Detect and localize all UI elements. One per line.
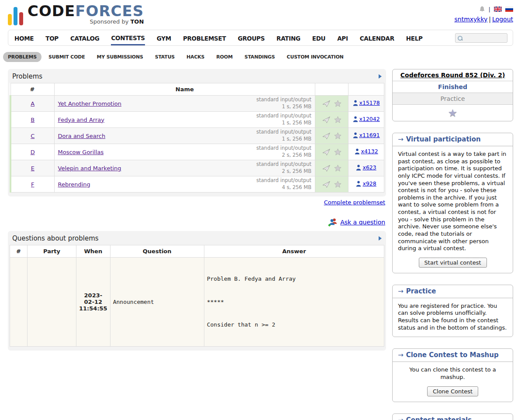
favorite-star-icon[interactable] [334, 100, 342, 107]
nav-item-problemset[interactable]: PROBLEMSET [183, 31, 226, 45]
contest-status-box: Codeforces Round 852 (Div. 2) Finished P… [392, 69, 513, 121]
problem-name-link[interactable]: Fedya and Array [58, 117, 104, 123]
subnav-room[interactable]: ROOM [211, 52, 237, 62]
nav-item-api[interactable]: API [337, 31, 348, 45]
problem-constraints: standard input/output2 s, 256 MB [256, 145, 311, 158]
favorite-star-icon[interactable] [334, 181, 342, 188]
complete-problemset-link[interactable]: Complete problemset [324, 199, 385, 206]
submit-plane-icon[interactable] [322, 165, 331, 172]
nav-item-top[interactable]: TOP [45, 31, 59, 45]
virtual-body-text: Virtual contest is a way to take part in… [398, 151, 506, 251]
questions-table-title: Questions about problems [12, 234, 99, 242]
clone-title: Clone Contest to Mashup [406, 351, 499, 359]
problem-row: D Moscow Gorillas standard input/output2… [10, 144, 384, 160]
arrow-icon: → [398, 351, 404, 359]
problem-letter-link[interactable]: C [31, 133, 35, 139]
submit-plane-icon[interactable] [322, 148, 331, 156]
solved-count-link[interactable]: x11691 [359, 132, 380, 138]
solved-person-icon [353, 100, 358, 106]
contest-favorite-star-icon[interactable]: ★ [448, 107, 458, 119]
q-col-answer: Answer [204, 245, 384, 258]
contest-title-link[interactable]: Codeforces Round 852 (Div. 2) [400, 72, 505, 79]
nav-item-rating[interactable]: RATING [276, 31, 300, 45]
flag-ru-icon[interactable] [505, 7, 513, 12]
expand-arrow-icon[interactable] [379, 74, 382, 79]
q-col-when: When [76, 245, 110, 258]
ask-question-link[interactable]: Ask a question [340, 219, 385, 226]
nav-item-home[interactable]: HOME [14, 31, 34, 45]
arrow-icon: → [398, 416, 404, 420]
username-link[interactable]: sntmxykky [454, 16, 487, 23]
favorite-star-icon[interactable] [334, 148, 342, 155]
logout-link[interactable]: Logout [492, 16, 513, 23]
search-box[interactable] [455, 33, 507, 43]
subnav-problems[interactable]: PROBLEMS [3, 52, 41, 62]
virtual-participation-box: →Virtual participation Virtual contest i… [392, 133, 513, 273]
clone-contest-button[interactable]: Clone Contest [427, 386, 478, 396]
question-when: 2023-02-12 11:54:55 [76, 258, 110, 347]
search-icon [457, 35, 463, 41]
subnav-custom-invocation[interactable]: CUSTOM INVOCATION [282, 52, 348, 62]
practice-box: →Practice You are registered for practic… [392, 285, 513, 337]
solved-person-icon [355, 148, 360, 155]
q-col-num: # [10, 245, 28, 258]
problem-name-link[interactable]: Yet Another Promotion [58, 100, 121, 107]
questions-table: Questions about problems # Party When Qu… [8, 231, 386, 351]
nav-item-groups[interactable]: GROUPS [238, 31, 265, 45]
problem-letter-link[interactable]: D [31, 149, 35, 155]
problem-constraints: standard input/output1 s, 256 MB [256, 96, 311, 110]
problem-row: E Velepin and Marketing standard input/o… [10, 160, 384, 176]
nav-item-calendar[interactable]: CALENDAR [360, 31, 394, 45]
search-input[interactable] [465, 35, 505, 41]
submit-plane-icon[interactable] [322, 132, 331, 140]
favorite-star-icon[interactable] [334, 116, 342, 123]
nav-item-catalog[interactable]: CATALOG [70, 31, 100, 45]
flag-uk-icon[interactable] [494, 7, 502, 12]
expand-arrow-icon[interactable] [379, 236, 382, 241]
submit-plane-icon[interactable] [322, 116, 331, 124]
subnav-status[interactable]: STATUS [150, 52, 179, 62]
col-header-name: Name [54, 83, 315, 96]
problem-row: A Yet Another Promotion standard input/o… [10, 96, 384, 112]
start-virtual-contest-button[interactable]: Start virtual contest [419, 258, 487, 268]
solved-count-link[interactable]: x623 [362, 164, 376, 171]
logo-bars-icon [8, 3, 23, 25]
solved-count-link[interactable]: x15178 [359, 100, 380, 106]
problem-letter-link[interactable]: F [31, 181, 34, 188]
problem-letter-link[interactable]: B [31, 117, 35, 123]
problem-name-link[interactable]: Moscow Gorillas [58, 149, 104, 155]
subnav-standings[interactable]: STANDINGS [240, 52, 280, 62]
problems-table-title: Problems [12, 72, 42, 80]
contest-sub-nav: PROBLEMS SUBMIT CODE MY SUBMISSIONS STAT… [3, 52, 513, 62]
logo-wordmark: CODEFORCES [28, 3, 144, 18]
submit-plane-icon[interactable] [322, 181, 331, 188]
problem-letter-link[interactable]: E [31, 165, 35, 172]
lang-separator: | [489, 6, 490, 13]
problem-constraints: standard input/output1 s, 256 MB [256, 113, 311, 126]
solved-count-link[interactable]: x12042 [359, 116, 380, 122]
problem-name-link[interactable]: Rebrending [58, 181, 90, 188]
codeforces-logo[interactable]: CODEFORCES Sponsored by TON [8, 3, 144, 25]
bell-icon[interactable] [479, 6, 485, 13]
solved-count-link[interactable]: x4132 [361, 148, 378, 155]
practice-title: Practice [406, 287, 436, 295]
main-nav: HOME TOP CATALOG CONTESTS GYM PROBLEMSET… [8, 30, 513, 46]
clone-body-text: You can clone this contest to a mashup. [409, 366, 496, 380]
nav-item-help[interactable]: HELP [406, 31, 423, 45]
subnav-submit-code[interactable]: SUBMIT CODE [44, 52, 90, 62]
favorite-star-icon[interactable] [334, 165, 342, 172]
nav-item-gym[interactable]: GYM [157, 31, 171, 45]
solved-person-icon [356, 165, 361, 171]
solved-count-link[interactable]: x928 [362, 180, 376, 187]
problem-row: B Fedya and Array standard input/output1… [10, 112, 384, 128]
submit-plane-icon[interactable] [322, 100, 331, 107]
problem-letter-link[interactable]: A [31, 100, 35, 107]
nav-item-edu[interactable]: EDU [312, 31, 326, 45]
nav-item-contests[interactable]: CONTESTS [111, 31, 145, 45]
problem-name-link[interactable]: Velepin and Marketing [58, 165, 121, 172]
problem-name-link[interactable]: Dora and Search [58, 133, 106, 139]
subnav-my-submissions[interactable]: MY SUBMISSIONS [92, 52, 148, 62]
user-bar: sntmxykky|Logout [454, 16, 513, 23]
favorite-star-icon[interactable] [334, 132, 342, 139]
subnav-hacks[interactable]: HACKS [182, 52, 209, 62]
